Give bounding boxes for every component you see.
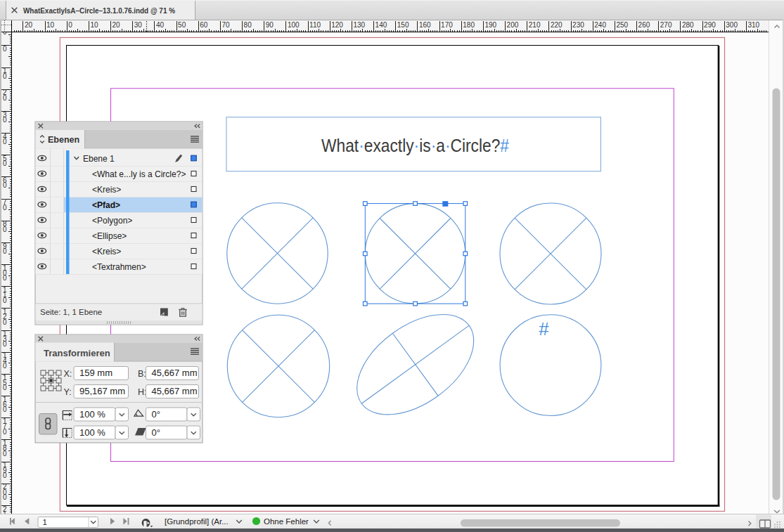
svg-text:0: 0 bbox=[3, 362, 7, 370]
svg-text:120: 120 bbox=[331, 21, 343, 29]
svg-text:WhatExactlyIsA–Circle–13.1.0.7: WhatExactlyIsA–Circle–13.1.0.76.indd @ 7… bbox=[23, 6, 175, 15]
svg-text:95,167 mm: 95,167 mm bbox=[79, 386, 125, 396]
svg-text:Seite: 1, 1 Ebene: Seite: 1, 1 Ebene bbox=[40, 308, 102, 316]
svg-text:160: 160 bbox=[419, 21, 431, 29]
svg-text:100 %: 100 % bbox=[79, 409, 105, 420]
svg-text:0: 0 bbox=[3, 94, 7, 102]
svg-text:What·exactly·is·a·Circle?#: What·exactly·is·a·Circle?# bbox=[321, 136, 510, 155]
svg-text:220: 220 bbox=[551, 21, 563, 29]
svg-text:0°: 0° bbox=[152, 427, 160, 438]
svg-text:0: 0 bbox=[3, 138, 7, 145]
svg-text:200: 200 bbox=[507, 21, 519, 29]
svg-text:0: 0 bbox=[3, 472, 7, 479]
svg-text:90: 90 bbox=[266, 21, 274, 29]
svg-text:300: 300 bbox=[726, 21, 738, 29]
svg-text:100 %: 100 % bbox=[79, 427, 105, 438]
svg-text:159 mm: 159 mm bbox=[79, 368, 113, 378]
svg-text:45,667 mm: 45,667 mm bbox=[152, 386, 198, 396]
svg-text:310: 310 bbox=[748, 21, 760, 29]
svg-text:0: 0 bbox=[3, 450, 7, 458]
svg-text:H:: H: bbox=[138, 387, 147, 397]
svg-text:Ebene 1: Ebene 1 bbox=[83, 154, 115, 164]
svg-text:#: # bbox=[539, 318, 549, 339]
svg-text:[Grundprofil] (Ar...: [Grundprofil] (Ar... bbox=[165, 517, 229, 526]
svg-text:110: 110 bbox=[309, 21, 321, 29]
svg-text:180: 180 bbox=[463, 21, 475, 29]
svg-text:80: 80 bbox=[244, 21, 252, 29]
svg-text:<Textrahmen>: <Textrahmen> bbox=[92, 262, 146, 272]
svg-text:150: 150 bbox=[397, 21, 409, 29]
svg-text:0: 0 bbox=[3, 297, 7, 304]
svg-text:0: 0 bbox=[3, 116, 7, 124]
svg-text:230: 230 bbox=[572, 21, 584, 29]
svg-text:0: 0 bbox=[3, 406, 7, 413]
svg-text:40: 40 bbox=[156, 21, 165, 29]
svg-text:30: 30 bbox=[134, 21, 143, 29]
svg-text:140: 140 bbox=[375, 21, 387, 29]
svg-text:270: 270 bbox=[660, 21, 672, 29]
svg-text:0: 0 bbox=[3, 72, 7, 80]
svg-text:<Kreis>: <Kreis> bbox=[92, 247, 121, 257]
svg-text:0: 0 bbox=[3, 247, 7, 255]
svg-text:<Kreis>: <Kreis> bbox=[92, 185, 121, 195]
svg-text:Ebenen: Ebenen bbox=[48, 135, 79, 145]
svg-text:0: 0 bbox=[3, 204, 7, 212]
svg-text:Ohne Fehler: Ohne Fehler bbox=[264, 517, 309, 526]
svg-text:<Pfad>: <Pfad> bbox=[92, 200, 120, 210]
svg-text:210: 210 bbox=[529, 21, 541, 29]
svg-text:260: 260 bbox=[638, 21, 650, 29]
svg-text:0: 0 bbox=[3, 160, 7, 167]
svg-text:B:: B: bbox=[138, 369, 146, 379]
svg-text:130: 130 bbox=[353, 21, 365, 29]
svg-text:20: 20 bbox=[113, 21, 121, 29]
svg-text:Transformieren: Transformieren bbox=[44, 348, 110, 358]
svg-text:10: 10 bbox=[90, 21, 98, 29]
svg-text:0: 0 bbox=[3, 340, 7, 348]
svg-text:<What e...ly is a Circle?>: <What e...ly is a Circle?> bbox=[92, 169, 186, 179]
svg-text:45,667 mm: 45,667 mm bbox=[152, 368, 198, 378]
svg-text:0°: 0° bbox=[152, 409, 160, 420]
svg-text:70: 70 bbox=[221, 21, 230, 29]
svg-text:190: 190 bbox=[484, 21, 496, 29]
svg-text:0: 0 bbox=[3, 181, 7, 189]
svg-text:<Ellipse>: <Ellipse> bbox=[92, 231, 127, 241]
svg-text:240: 240 bbox=[594, 21, 606, 29]
svg-text:0: 0 bbox=[3, 318, 7, 326]
svg-text:280: 280 bbox=[682, 21, 694, 29]
svg-text:0: 0 bbox=[3, 274, 7, 282]
svg-text:250: 250 bbox=[617, 21, 629, 29]
svg-text:<Polygon>: <Polygon> bbox=[92, 216, 132, 226]
svg-text:10: 10 bbox=[46, 21, 55, 29]
svg-text:1: 1 bbox=[43, 518, 47, 526]
svg-text:0: 0 bbox=[3, 226, 7, 233]
svg-text:20: 20 bbox=[25, 21, 33, 29]
svg-text:170: 170 bbox=[441, 21, 453, 29]
svg-text:0: 0 bbox=[3, 493, 7, 501]
svg-text:X:: X: bbox=[64, 369, 72, 379]
svg-text:290: 290 bbox=[704, 21, 716, 29]
svg-text:100: 100 bbox=[288, 21, 300, 29]
svg-text:50: 50 bbox=[178, 21, 186, 29]
svg-text:0: 0 bbox=[3, 428, 7, 436]
svg-text:0: 0 bbox=[3, 384, 7, 391]
svg-text:60: 60 bbox=[200, 21, 208, 29]
svg-text:Y:: Y: bbox=[64, 387, 72, 397]
svg-text:0: 0 bbox=[68, 21, 72, 29]
svg-text:0: 0 bbox=[3, 45, 7, 53]
